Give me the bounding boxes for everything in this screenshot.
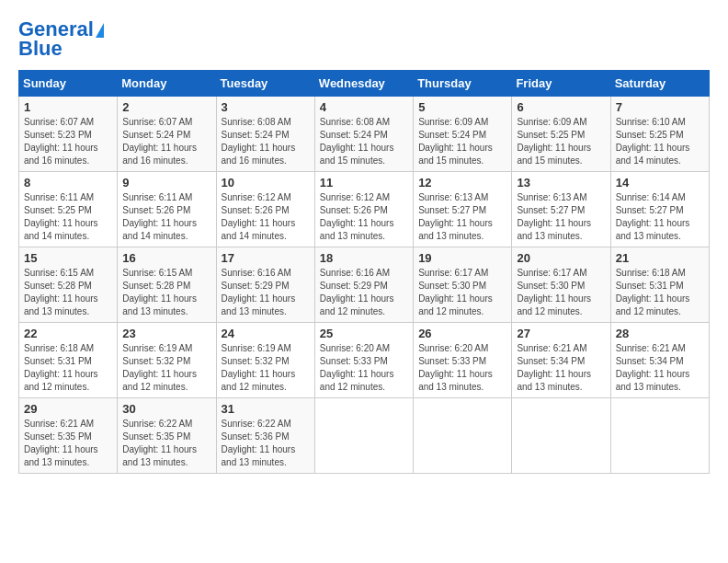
column-header-thursday: Thursday [414, 71, 512, 97]
calendar-cell: 7Sunrise: 6:10 AMSunset: 5:25 PMDaylight… [610, 97, 709, 172]
day-info: Sunrise: 6:22 AMSunset: 5:35 PMDaylight:… [122, 418, 210, 469]
calendar-header-row: SundayMondayTuesdayWednesdayThursdayFrid… [19, 71, 710, 97]
day-info: Sunrise: 6:07 AMSunset: 5:24 PMDaylight:… [122, 116, 210, 167]
day-info: Sunrise: 6:12 AMSunset: 5:26 PMDaylight:… [222, 191, 310, 243]
day-number: 7 [616, 100, 704, 114]
day-info: Sunrise: 6:20 AMSunset: 5:33 PMDaylight:… [418, 342, 506, 394]
column-header-saturday: Saturday [610, 71, 709, 97]
calendar-body: 1Sunrise: 6:07 AMSunset: 5:23 PMDaylight… [19, 97, 710, 474]
calendar-cell: 27Sunrise: 6:21 AMSunset: 5:34 PMDayligh… [512, 323, 610, 398]
day-number: 26 [418, 327, 506, 340]
column-header-sunday: Sunday [19, 71, 118, 97]
calendar-cell: 10Sunrise: 6:12 AMSunset: 5:26 PMDayligh… [216, 172, 314, 247]
day-number: 17 [222, 251, 310, 265]
day-info: Sunrise: 6:18 AMSunset: 5:31 PMDaylight:… [616, 267, 704, 318]
day-info: Sunrise: 6:15 AMSunset: 5:28 PMDaylight:… [24, 267, 112, 318]
calendar-cell: 6Sunrise: 6:09 AMSunset: 5:25 PMDaylight… [512, 97, 610, 172]
day-number: 5 [418, 100, 506, 114]
calendar-cell: 21Sunrise: 6:18 AMSunset: 5:31 PMDayligh… [610, 247, 709, 323]
calendar-cell: 25Sunrise: 6:20 AMSunset: 5:33 PMDayligh… [314, 323, 413, 398]
calendar-cell: 13Sunrise: 6:13 AMSunset: 5:27 PMDayligh… [512, 172, 610, 247]
calendar-cell: 3Sunrise: 6:08 AMSunset: 5:24 PMDaylight… [216, 97, 314, 172]
day-info: Sunrise: 6:16 AMSunset: 5:29 PMDaylight:… [320, 267, 408, 318]
day-info: Sunrise: 6:09 AMSunset: 5:24 PMDaylight:… [418, 116, 506, 167]
calendar-cell: 17Sunrise: 6:16 AMSunset: 5:29 PMDayligh… [216, 247, 314, 323]
day-info: Sunrise: 6:07 AMSunset: 5:23 PMDaylight:… [24, 116, 112, 167]
calendar-week-5: 29Sunrise: 6:21 AMSunset: 5:35 PMDayligh… [19, 398, 710, 474]
calendar-week-4: 22Sunrise: 6:18 AMSunset: 5:31 PMDayligh… [19, 323, 710, 398]
day-info: Sunrise: 6:08 AMSunset: 5:24 PMDaylight:… [222, 116, 310, 167]
day-number: 6 [517, 100, 605, 114]
day-number: 30 [122, 402, 210, 416]
day-info: Sunrise: 6:21 AMSunset: 5:35 PMDaylight:… [24, 418, 112, 469]
day-info: Sunrise: 6:08 AMSunset: 5:24 PMDaylight:… [320, 116, 408, 167]
column-header-tuesday: Tuesday [216, 71, 314, 97]
day-number: 18 [320, 251, 408, 265]
day-number: 29 [24, 402, 112, 416]
calendar-cell [512, 398, 610, 474]
day-number: 20 [517, 251, 605, 265]
column-header-wednesday: Wednesday [314, 71, 413, 97]
calendar-cell: 5Sunrise: 6:09 AMSunset: 5:24 PMDaylight… [414, 97, 512, 172]
calendar-cell: 15Sunrise: 6:15 AMSunset: 5:28 PMDayligh… [19, 247, 118, 323]
calendar-cell: 31Sunrise: 6:22 AMSunset: 5:36 PMDayligh… [216, 398, 314, 474]
calendar-cell: 22Sunrise: 6:18 AMSunset: 5:31 PMDayligh… [19, 323, 118, 398]
calendar-cell: 28Sunrise: 6:21 AMSunset: 5:34 PMDayligh… [610, 323, 709, 398]
day-number: 9 [122, 176, 210, 190]
day-number: 15 [24, 251, 112, 265]
day-number: 11 [320, 176, 408, 190]
day-number: 8 [24, 176, 112, 190]
day-number: 21 [616, 251, 704, 265]
column-header-monday: Monday [118, 71, 216, 97]
calendar-cell [610, 398, 709, 474]
day-number: 1 [24, 100, 112, 114]
calendar-cell: 26Sunrise: 6:20 AMSunset: 5:33 PMDayligh… [414, 323, 512, 398]
day-number: 25 [320, 327, 408, 340]
day-info: Sunrise: 6:13 AMSunset: 5:27 PMDaylight:… [517, 191, 605, 243]
day-info: Sunrise: 6:11 AMSunset: 5:26 PMDaylight:… [122, 191, 210, 243]
calendar-cell: 30Sunrise: 6:22 AMSunset: 5:35 PMDayligh… [118, 398, 216, 474]
day-info: Sunrise: 6:16 AMSunset: 5:29 PMDaylight:… [222, 267, 310, 318]
day-info: Sunrise: 6:15 AMSunset: 5:28 PMDaylight:… [122, 267, 210, 318]
day-number: 4 [320, 100, 408, 114]
day-number: 10 [222, 176, 310, 190]
calendar-cell: 12Sunrise: 6:13 AMSunset: 5:27 PMDayligh… [414, 172, 512, 247]
calendar-cell: 16Sunrise: 6:15 AMSunset: 5:28 PMDayligh… [118, 247, 216, 323]
day-number: 22 [24, 327, 112, 340]
day-info: Sunrise: 6:21 AMSunset: 5:34 PMDaylight:… [616, 342, 704, 394]
calendar-cell [414, 398, 512, 474]
calendar-cell: 11Sunrise: 6:12 AMSunset: 5:26 PMDayligh… [314, 172, 413, 247]
calendar-cell: 19Sunrise: 6:17 AMSunset: 5:30 PMDayligh… [414, 247, 512, 323]
day-info: Sunrise: 6:17 AMSunset: 5:30 PMDaylight:… [517, 267, 605, 318]
column-header-friday: Friday [512, 71, 610, 97]
calendar-cell: 4Sunrise: 6:08 AMSunset: 5:24 PMDaylight… [314, 97, 413, 172]
day-info: Sunrise: 6:22 AMSunset: 5:36 PMDaylight:… [222, 418, 310, 469]
day-number: 31 [222, 402, 310, 416]
calendar-cell: 14Sunrise: 6:14 AMSunset: 5:27 PMDayligh… [610, 172, 709, 247]
day-info: Sunrise: 6:20 AMSunset: 5:33 PMDaylight:… [320, 342, 408, 394]
day-info: Sunrise: 6:19 AMSunset: 5:32 PMDaylight:… [222, 342, 310, 394]
calendar-cell: 20Sunrise: 6:17 AMSunset: 5:30 PMDayligh… [512, 247, 610, 323]
day-info: Sunrise: 6:13 AMSunset: 5:27 PMDaylight:… [418, 191, 506, 243]
day-info: Sunrise: 6:17 AMSunset: 5:30 PMDaylight:… [418, 267, 506, 318]
day-number: 3 [222, 100, 310, 114]
day-number: 24 [222, 327, 310, 340]
day-info: Sunrise: 6:21 AMSunset: 5:34 PMDaylight:… [517, 342, 605, 394]
day-info: Sunrise: 6:10 AMSunset: 5:25 PMDaylight:… [616, 116, 704, 167]
calendar-cell: 1Sunrise: 6:07 AMSunset: 5:23 PMDaylight… [19, 97, 118, 172]
day-number: 14 [616, 176, 704, 190]
day-number: 27 [517, 327, 605, 340]
day-number: 12 [418, 176, 506, 190]
calendar-week-1: 1Sunrise: 6:07 AMSunset: 5:23 PMDaylight… [19, 97, 710, 172]
day-number: 16 [122, 251, 210, 265]
day-number: 2 [122, 100, 210, 114]
day-number: 28 [616, 327, 704, 340]
calendar-cell: 9Sunrise: 6:11 AMSunset: 5:26 PMDaylight… [118, 172, 216, 247]
day-info: Sunrise: 6:12 AMSunset: 5:26 PMDaylight:… [320, 191, 408, 243]
calendar-cell: 8Sunrise: 6:11 AMSunset: 5:25 PMDaylight… [19, 172, 118, 247]
calendar-cell: 2Sunrise: 6:07 AMSunset: 5:24 PMDaylight… [118, 97, 216, 172]
calendar-cell [314, 398, 413, 474]
day-number: 19 [418, 251, 506, 265]
day-info: Sunrise: 6:19 AMSunset: 5:32 PMDaylight:… [122, 342, 210, 394]
day-info: Sunrise: 6:18 AMSunset: 5:31 PMDaylight:… [24, 342, 112, 394]
